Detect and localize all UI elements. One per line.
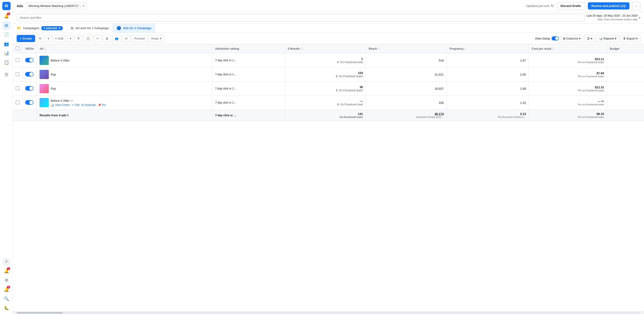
- sidebar-item-alert[interactable]: 🔔 5: [2, 285, 11, 294]
- sidebar-item-bug[interactable]: 🐛: [2, 304, 11, 312]
- discard-drafts-button[interactable]: Discard Drafts: [556, 2, 585, 10]
- row-1-toggle[interactable]: [25, 72, 34, 76]
- th-ad[interactable]: Ad ▲▼: [37, 44, 212, 54]
- view-setup-container: View Setup: [535, 36, 559, 40]
- export-button[interactable]: ⬆ Export ▾: [620, 35, 640, 42]
- sidebar-item-settings[interactable]: ⚙: [2, 276, 11, 284]
- delete-button[interactable]: 🗑: [103, 35, 111, 42]
- row-3-ad-cell: Before V After✏📊 View Charts✏ Edit⧉ Dupl…: [37, 96, 212, 110]
- row-2-frequency: 1.69: [446, 82, 529, 96]
- row-3-toggle[interactable]: [25, 100, 34, 105]
- th-frequency[interactable]: Frequency ▲▼: [446, 44, 529, 54]
- row-3-pin-link[interactable]: 📌 Pin: [98, 103, 106, 106]
- th-checkbox[interactable]: [13, 44, 22, 54]
- view-setup-toggle[interactable]: [552, 36, 559, 40]
- rules-button[interactable]: Rules ▾: [149, 35, 164, 42]
- row-3-results-type: ⬇ On-Facebook lead: [288, 103, 363, 106]
- date-range-selector[interactable]: Last 30 days: 25 May 2024 - 23 Jun 2024 …: [586, 14, 640, 21]
- test-button[interactable]: ⚗: [74, 35, 82, 42]
- more-options-button[interactable]: ···: [632, 2, 640, 10]
- sidebar-item-grid[interactable]: ⊞: [2, 21, 11, 30]
- reach-sort-arrows: ▲▼: [378, 47, 380, 51]
- edit-chevron-icon: ▾: [70, 37, 72, 40]
- sidebar-item-data[interactable]: 📊: [2, 49, 11, 57]
- row-3-checkbox[interactable]: [16, 100, 20, 104]
- row-3-cost-edit-icon[interactable]: ✏: [602, 100, 604, 103]
- account-selector[interactable]: Winning Window Washing (10826717… ▾: [26, 2, 87, 9]
- reports-button[interactable]: 📊 Reports ▾: [596, 35, 619, 42]
- row-0-cost-value: $13.11: [532, 57, 604, 61]
- row-3-view-charts-link[interactable]: 📊 View Charts: [50, 103, 70, 106]
- row-2-attribution: 7-day click or 1…: [212, 82, 285, 96]
- edit-dropdown-button[interactable]: ▾: [67, 35, 73, 42]
- audience-button[interactable]: 👥: [112, 35, 121, 42]
- reports-chevron-icon: ▾: [615, 37, 616, 40]
- sidebar-item-search[interactable]: 🔍: [2, 294, 11, 303]
- search-sidebar-icon: 🔍: [4, 296, 9, 301]
- row-1-checkbox[interactable]: [16, 72, 20, 76]
- create-button[interactable]: + Create: [17, 35, 35, 42]
- row-3-ad-wrapper: Before V After✏📊 View Charts✏ Edit⧉ Dupl…: [40, 98, 209, 107]
- row-1-results-num: 104: [288, 71, 363, 75]
- row-3-duplicate-link[interactable]: ⧉ Duplicate: [81, 103, 96, 106]
- compare-button[interactable]: ⇄: [122, 35, 130, 42]
- edit-button[interactable]: ✏ Edit: [52, 35, 66, 42]
- breakdown-button[interactable]: ☰ ▾: [584, 35, 595, 42]
- row-2-checkbox[interactable]: [16, 86, 20, 90]
- th-cost[interactable]: Cost per result ▲▼: [529, 44, 607, 54]
- select-all-checkbox[interactable]: [16, 46, 20, 50]
- row-0-cost: $13.11Per on-Facebook leads: [529, 54, 607, 68]
- th-results[interactable]: ℹ Results ▲▼: [285, 44, 366, 54]
- sidebar-item-help[interactable]: ?: [2, 258, 11, 266]
- selected-badge[interactable]: 1 selected ✕: [41, 26, 63, 30]
- people-icon: 👥: [4, 42, 9, 46]
- row-2-toggle[interactable]: [25, 86, 34, 91]
- th-reach[interactable]: Reach ▲▼: [366, 44, 446, 54]
- horizontal-scrollbar[interactable]: [13, 311, 644, 314]
- row-3-inline-edit-icon[interactable]: ✏: [71, 99, 73, 102]
- row-1-ad-wrapper: Flat: [40, 70, 209, 79]
- sidebar-item-notifications[interactable]: 🔔 2: [2, 12, 11, 20]
- pages-icon: 📄: [4, 32, 9, 37]
- copy-dropdown-button[interactable]: ▾: [45, 35, 51, 42]
- refresh-icon[interactable]: ↻: [551, 4, 554, 8]
- copy-icon: ⧉: [39, 36, 41, 40]
- paste-icon: 📋: [86, 37, 90, 40]
- row-2-ad-thumbnail: [40, 84, 49, 93]
- tab-adsets[interactable]: ⊞ Ad sets for 1 Campaign: [67, 24, 113, 32]
- row-3-edit-link[interactable]: ✏ Edit: [72, 103, 80, 106]
- copy-chevron-icon: ▾: [48, 37, 49, 40]
- edit-icon: ✏: [55, 37, 57, 40]
- row-2-results: 36⬇ On-Facebook leads: [285, 82, 366, 96]
- row-3-results-num: —: [288, 100, 363, 103]
- ads-table-container[interactable]: Off/On Ad ▲▼ Attribution setting ℹ Resul: [13, 44, 644, 311]
- sidebar-item-menu[interactable]: ☰: [2, 70, 11, 79]
- date-range-line1: Last 30 days: 25 May 2024 - 23 Jun 2024: [586, 14, 638, 18]
- sidebar-item-pages[interactable]: 📄: [2, 30, 11, 39]
- row-0-toggle[interactable]: [25, 58, 34, 62]
- sidebar-item-bell[interactable]: 🔔 1: [2, 267, 11, 275]
- paste-button[interactable]: 📋: [84, 35, 92, 42]
- tab-campaigns[interactable]: 📁 Campaigns 1 selected ✕: [13, 24, 67, 32]
- summary-cb: [13, 110, 22, 121]
- results-sort-arrows: ▲▼: [301, 47, 302, 51]
- main-content: Ads Winning Window Washing (10826717… ▾ …: [13, 0, 644, 314]
- row-1-attribution: 7-day click or 1…: [212, 68, 285, 82]
- columns-button[interactable]: ⊞ Columns ▾: [560, 35, 583, 42]
- row-1-cost-value: $7.94: [532, 72, 604, 75]
- sidebar-item-reports[interactable]: 📋: [2, 58, 11, 66]
- status-text: Updated just now: [526, 4, 549, 8]
- table-header-row: Off/On Ad ▲▼ Attribution setting ℹ Resul: [13, 44, 644, 54]
- bell-badge: 1: [7, 267, 10, 270]
- clear-selection-button[interactable]: ✕: [58, 26, 60, 30]
- tab-ads[interactable]: 🔵 Ads for 1 Campaign: [113, 24, 155, 32]
- undo-button[interactable]: ↩: [94, 35, 102, 42]
- preview-button[interactable]: Preview: [132, 35, 147, 42]
- copy-button[interactable]: ⧉: [36, 35, 44, 42]
- review-publish-button[interactable]: Review and publish (13): [588, 2, 630, 10]
- reports-label: Reports: [604, 37, 614, 40]
- sidebar-item-people[interactable]: 👥: [2, 40, 11, 48]
- row-0-results: 1⬇ On-Facebook lead: [285, 54, 366, 68]
- search-input[interactable]: [17, 14, 584, 22]
- row-0-checkbox[interactable]: [16, 58, 20, 62]
